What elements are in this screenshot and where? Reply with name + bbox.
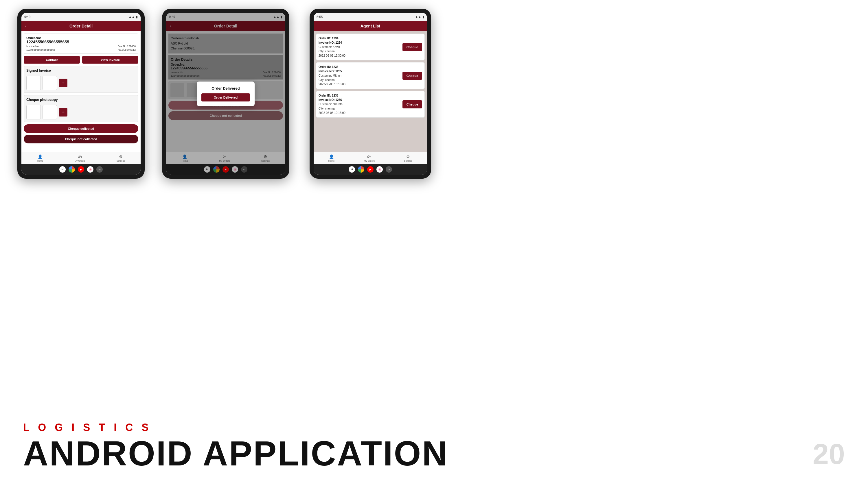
signed-invoice-label: Signed Invoice (26, 68, 136, 74)
status-time: 9:49 (24, 15, 30, 19)
cheque-photocopy-label: Cheque photocopy (26, 98, 136, 103)
signal-icon: ▲▲ (128, 15, 135, 19)
signed-photo-2[interactable] (42, 76, 57, 90)
agent-order-1-info: Order ID: 1234 Invoice NO: 1234 Customer… (318, 36, 400, 58)
invoice-no-3: Invoice NO: 1236 (318, 98, 342, 101)
agent-order-2: Order ID: 1235 Invoice NO: 1235 Customer… (316, 62, 425, 89)
settings-icon-t3: ⚙ (406, 154, 410, 159)
gmail-icon[interactable]: M (59, 166, 66, 172)
invoice-label: Invoice.No: (26, 45, 39, 48)
bottom-navigation: 👤 Home 🛍 My Orders ⚙ Settings (22, 152, 141, 164)
invoice-no-2: Invoice NO: 1235 (318, 70, 342, 73)
nav-orders-t3[interactable]: 🛍 My Orders (364, 154, 375, 162)
cheque-button-2[interactable]: Cheque (402, 72, 422, 80)
orders-icon: 🛍 (78, 154, 82, 159)
nav-orders[interactable]: 🛍 My Orders (75, 154, 85, 162)
nav-settings[interactable]: ⚙ Settings (117, 154, 125, 162)
signed-photo-1[interactable] (26, 76, 41, 90)
modal-box: Order Delivered Order Delivered (197, 82, 255, 106)
nav-settings-label-t3: Settings (404, 160, 412, 162)
photos-icon-t3[interactable]: 🌸 (376, 166, 383, 172)
cheque-collected-button[interactable]: Cheque collected (24, 124, 138, 133)
order-delivered-modal: Order Delivered Order Delivered (166, 13, 285, 174)
view-invoice-button[interactable]: View Invoice (82, 56, 138, 64)
bottom-navigation-t3: 👤 Home 🛍 My Orders ⚙ Settings (314, 152, 427, 164)
android-taskbar: M ▶ 🌸 ⋯ (22, 164, 141, 174)
order-label: Order.No: (26, 36, 136, 40)
agent-order-2-info: Order ID: 1235 Invoice NO: 1235 Customer… (318, 65, 400, 87)
cheque-button-3[interactable]: Cheque (402, 100, 422, 108)
nav-home-t3[interactable]: 👤 Home (329, 154, 335, 162)
order-number: 1224555665566555655 (26, 40, 136, 44)
modal-title: Order Delivered (202, 86, 250, 91)
chrome-icon-t3[interactable] (358, 166, 364, 172)
city-1: City: chennai (318, 49, 400, 54)
customer-2: Customer: Mithun (318, 73, 400, 78)
order-id-3: Order ID: 1236 (318, 94, 338, 97)
bottom-text-section: L O G I S T I C S ANDROID APPLICATION (23, 422, 448, 470)
nav-orders-label: My Orders (75, 160, 85, 162)
order-info-box: Order.No: 1224555665566555655 Invoice.No… (24, 34, 138, 54)
settings-icon: ⚙ (119, 154, 123, 159)
order-id-2: Order ID: 1235 (318, 65, 338, 68)
home-icon: 👤 (38, 154, 42, 159)
agent-order-3: Order ID: 1236 Invoice NO: 1236 Customer… (316, 91, 425, 118)
add-cheque-photo-button[interactable]: + (59, 108, 67, 117)
status-time-t3: 5:55 (316, 15, 322, 19)
photos-icon[interactable]: 🌸 (87, 166, 93, 172)
order-id-1: Order ID: 1234 (318, 37, 338, 40)
orders-icon-t3: 🛍 (367, 154, 371, 159)
apps-icon-t3[interactable]: ⋯ (386, 166, 392, 172)
action-buttons: Contact View Invoice (24, 56, 138, 64)
logistics-label: L O G I S T I C S (23, 422, 448, 434)
nav-settings-t3[interactable]: ⚙ Settings (404, 154, 412, 162)
nav-home[interactable]: 👤 Home (37, 154, 43, 162)
app-title: ANDROID APPLICATION (23, 436, 448, 470)
box-label: Box.No:122456 (118, 45, 136, 48)
datetime-2: 2022-05-08 10:15:00 (318, 82, 400, 87)
battery-icon: ▮ (136, 15, 138, 19)
nav-settings-label: Settings (117, 160, 125, 162)
datetime-1: 2022-05-09 12:30:00 (318, 54, 400, 58)
signal-icon-t3: ▲▲ (415, 15, 421, 19)
cheque-photo-1[interactable] (26, 105, 41, 120)
chrome-icon[interactable] (69, 166, 75, 172)
invoice-no-1: Invoice NO: 1234 (318, 41, 342, 44)
battery-icon-t3: ▮ (423, 15, 424, 19)
add-signed-photo-button[interactable]: + (59, 78, 67, 87)
customer-3: Customer: bharath (318, 102, 400, 106)
contact-button[interactable]: Contact (24, 56, 80, 64)
signed-invoice-section: Signed Invoice + (24, 66, 138, 93)
nav-home-label: Home (37, 160, 43, 162)
cheque-not-collected-button[interactable]: Cheque not collected (24, 135, 138, 143)
header-title: Order Detail (69, 24, 93, 28)
agent-order-3-info: Order ID: 1236 Invoice NO: 1236 Customer… (318, 93, 400, 115)
page-number: 20 (813, 437, 845, 470)
back-button[interactable]: ← (24, 24, 29, 29)
nav-home-label-t3: Home (329, 160, 335, 162)
back-button-t3[interactable]: ← (316, 24, 321, 29)
city-3: City: chennai (318, 106, 400, 111)
customer-1: Customer: Kevin (318, 45, 400, 49)
boxes-label: No.of.Boxes:12 (118, 48, 136, 51)
header-title-t3: Agent List (361, 24, 380, 28)
agent-order-1: Order ID: 1234 Invoice NO: 1234 Customer… (316, 34, 425, 60)
cheque-photocopy-section: Cheque photocopy + (24, 95, 138, 122)
nav-orders-label-t3: My Orders (364, 160, 375, 162)
cheque-photo-2[interactable] (42, 105, 57, 120)
gmail-icon-t3[interactable]: M (349, 166, 355, 172)
agent-list-area: Order ID: 1234 Invoice NO: 1234 Customer… (314, 31, 427, 152)
home-icon-t3: 👤 (329, 154, 334, 159)
youtube-icon[interactable]: ▶ (78, 166, 84, 172)
cheque-button-1[interactable]: Cheque (402, 43, 422, 51)
apps-icon[interactable]: ⋯ (96, 166, 103, 172)
android-taskbar-t3: M ▶ 🌸 ⋯ (314, 164, 427, 174)
order-delivered-button[interactable]: Order Delivered (202, 93, 250, 101)
datetime-3: 2022-05-08 10:15:00 (318, 111, 400, 115)
invoice-number: 12245556555665555656 (26, 48, 55, 51)
city-2: City: chennai (318, 78, 400, 82)
youtube-icon-t3[interactable]: ▶ (367, 166, 374, 172)
